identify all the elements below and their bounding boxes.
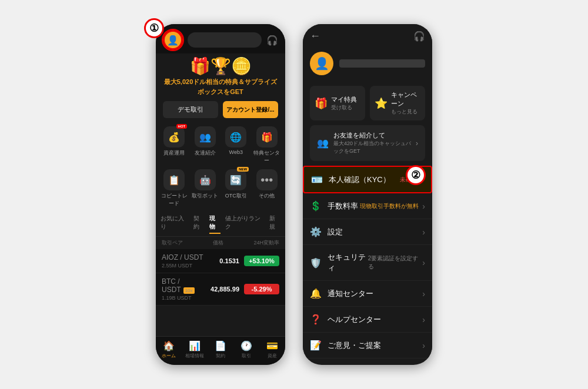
col-pair: 取引ペア: [162, 239, 183, 247]
menu-item-notifications[interactable]: 🔔 通知センター ›: [303, 281, 432, 307]
menu-item-help[interactable]: ❓ ヘルプセンター ›: [303, 307, 432, 333]
back-button[interactable]: ←: [310, 30, 320, 42]
assets-icon: 💳: [266, 340, 278, 351]
bottom-nav: 🏠 ホーム 📊 相場情報 📄 契約 🕐 取引 💳 資産: [156, 336, 285, 365]
feedback-icon: 📝: [310, 340, 322, 351]
my-benefits-card[interactable]: 🎁 マイ特典 受け取る: [310, 86, 365, 120]
fees-arrow: ›: [422, 202, 425, 211]
menu-item-fees[interactable]: 💲 手数料率 現物取引手数料が無料 ›: [303, 193, 432, 219]
menu-item-settings[interactable]: ⚙️ 設定 ›: [303, 219, 432, 245]
bonus-label: 特典センター: [253, 149, 281, 165]
tab-gainers[interactable]: 値上がりランク: [225, 214, 265, 234]
aioz-info: AIOZ / USDT 2.55M USDT: [162, 253, 219, 269]
profile-name-blurred: [339, 59, 425, 68]
icon-grid-row2: 📋 コピートレード 🤖 取引ボット 🔄NEW OTC取引 ••• その他: [156, 169, 285, 212]
referral-detail: 最大420ドル相当のキャッシュバックをGET: [333, 140, 416, 155]
menu-item-security[interactable]: 🛡️ セキュリティ 2要素認証を設定する ›: [303, 245, 432, 281]
web3-label: Web3: [229, 149, 243, 155]
coin-row-aioz[interactable]: AIOZ / USDT 2.55M USDT 0.1531 +53.10%: [156, 249, 285, 273]
referral-icon: 👥: [199, 132, 211, 143]
icon-web3[interactable]: 🌐 Web3: [222, 126, 250, 165]
market-tabs: お気に入り 契約 現物 値上がりランク 新規: [156, 212, 285, 237]
benefits-icon: 🎁: [315, 97, 328, 110]
security-arrow: ›: [422, 258, 425, 267]
bot-label: 取引ボット: [192, 192, 218, 200]
help-title: ヘルプセンター: [328, 314, 381, 325]
search-bar[interactable]: [188, 32, 262, 48]
tab-favorite[interactable]: お気に入り: [161, 214, 189, 234]
nav-contract[interactable]: 📄 契約: [208, 340, 233, 359]
referral-left: 👥 お友達を紹介して 最大420ドル相当のキャッシュバックをGET: [317, 131, 416, 155]
left-phone: 👤 🎧 🎁🏆🪙 最大5,020ドル相当の特典＆サプライズボックスをGET デモ取…: [156, 24, 285, 365]
icon-otc[interactable]: 🔄NEW OTC取引: [222, 169, 250, 207]
aioz-sub: 2.55M USDT: [162, 263, 219, 269]
web3-icon: 🌐: [230, 132, 242, 143]
contract-icon: 📄: [215, 340, 226, 351]
right-headphone-icon[interactable]: 🎧: [413, 31, 425, 42]
icon-asset[interactable]: 💰HOT 資産運用: [161, 126, 188, 165]
settings-left: ⚙️ 設定: [310, 226, 343, 237]
feedback-arrow: ›: [422, 341, 425, 350]
kyc-title: 本人確認（KYC）: [329, 175, 390, 185]
icon-copy[interactable]: 📋 コピートレード: [161, 169, 188, 207]
asset-label: 資産運用: [163, 149, 185, 157]
headphone-icon[interactable]: 🎧: [266, 35, 278, 46]
notif-left: 🔔 通知センター: [310, 288, 373, 299]
menu-cards: 🎁 マイ特典 受け取る ⭐ キャンペーン もっと見る: [303, 81, 432, 125]
more-icon: •••: [260, 173, 273, 187]
referral-arrow: ›: [416, 139, 418, 147]
feedback-left: 📝 ご意見・ご提案: [310, 340, 381, 351]
benefits-text: マイ特典 受け取る: [331, 95, 357, 112]
campaign-card[interactable]: ⭐ キャンペーン もっと見る: [370, 86, 425, 120]
hot-badge: HOT: [176, 124, 188, 129]
bot-icon: 🤖: [199, 175, 211, 186]
icon-bonus[interactable]: 🎁 特典センター: [253, 126, 281, 165]
avatar[interactable]: 👤: [163, 30, 183, 50]
btc-pair: BTC / USDT10x: [162, 277, 211, 294]
referral-label: 友達紹介: [195, 149, 216, 157]
icon-referral[interactable]: 👥 友達紹介: [192, 126, 219, 165]
nav-market[interactable]: 📊 相場情報: [182, 340, 208, 359]
aioz-price: 0.1531: [219, 257, 239, 264]
kyc-left: 🪪 本人確認（KYC）: [311, 174, 390, 185]
tab-spot[interactable]: 現物: [209, 214, 220, 234]
settings-arrow: ›: [422, 227, 425, 237]
nav-assets[interactable]: 💳 資産: [259, 340, 285, 359]
register-button[interactable]: アカウント登録/...: [223, 101, 278, 118]
notifications-title: 通知センター: [328, 289, 373, 299]
btc-change: -5.29%: [244, 284, 279, 294]
nav-home[interactable]: 🏠 ホーム: [156, 340, 182, 359]
copy-label: コピートレード: [161, 192, 188, 207]
settings-title: 設定: [328, 227, 343, 237]
campaign-icon: ⭐: [375, 97, 387, 110]
coin-row-btc[interactable]: BTC / USDT10x 1.19B USDT 42,885.99 -5.29…: [156, 273, 285, 306]
market-label: 相場情報: [185, 353, 204, 359]
fees-title: 手数料率: [328, 201, 358, 212]
more-label: その他: [259, 192, 275, 200]
icon-grid-row1: 💰HOT 資産運用 👥 友達紹介 🌐 Web3 🎁 特典センター: [156, 122, 285, 169]
promo-text-after: ドル相当の特典＆サプライズボックスをGET: [193, 78, 277, 95]
tab-new[interactable]: 新規: [269, 214, 280, 234]
menu-item-feedback[interactable]: 📝 ご意見・ご提案 ›: [303, 333, 432, 358]
coin-list: AIOZ / USDT 2.55M USDT 0.1531 +53.10% BT…: [156, 249, 285, 306]
icon-more[interactable]: ••• その他: [253, 169, 281, 207]
nav-trade[interactable]: 🕐 取引: [233, 340, 259, 359]
icon-bot[interactable]: 🤖 取引ボット: [192, 169, 219, 207]
demo-button[interactable]: デモ取引: [163, 101, 218, 118]
col-change: 24H変動率: [253, 239, 279, 247]
notifications-icon: 🔔: [310, 288, 322, 299]
referral-person-icon: 👥: [317, 138, 329, 149]
bonus-icon: 🎁: [261, 132, 273, 143]
help-icon: ❓: [310, 314, 322, 325]
help-left: ❓ ヘルプセンター: [310, 314, 381, 325]
referral-banner[interactable]: 👥 お友達を紹介して 最大420ドル相当のキャッシュバックをGET ›: [310, 125, 425, 161]
security-right: 2要素認証を設定する ›: [368, 254, 425, 271]
trade-label: 取引: [242, 353, 251, 359]
benefits-sub: 受け取る: [331, 104, 357, 112]
trade-icon: 🕐: [240, 340, 252, 351]
promo-buttons: デモ取引 アカウント登録/...: [163, 101, 278, 118]
right-phone: ← 🎧 👤 🎁 マイ特典 受け取る ⭐ キャンペーン もっと見る: [303, 24, 432, 365]
annotation-2: ②: [406, 165, 426, 185]
new-badge: NEW: [237, 167, 249, 172]
tab-contract[interactable]: 契約: [193, 214, 205, 234]
